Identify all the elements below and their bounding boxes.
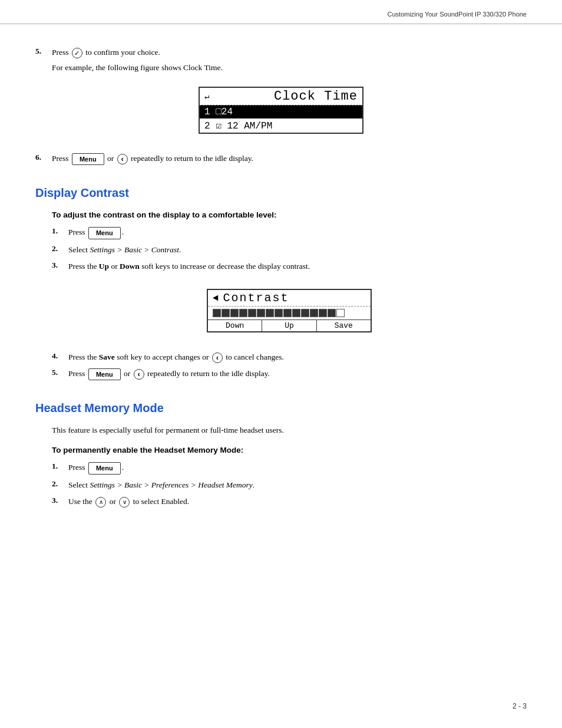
dc-step-3-num: 3. [52,261,68,270]
arrow-down-icon-hm3: ∨ [119,497,130,508]
display-contrast-content: To adjust the contrast on the display to… [52,210,527,380]
hm-step-2-num: 2. [52,479,68,489]
menu-button-6: Menu [72,153,104,166]
clock-row-1-selected: 1 □24 [200,105,362,118]
dc-step-5-content: Press Menu or repeatedly to return to th… [68,368,527,380]
contrast-display-header: ◄ Contrast [208,290,371,307]
hm-step-3: 3. Use the ∧ or ∨ to select Enabled. [52,496,527,508]
page-container: Customizing Your SoundPoint IP 330/320 P… [0,0,562,728]
contrast-bar [213,309,366,317]
dc-step-3: 3. Press the Up or Down soft keys to inc… [52,261,527,272]
page-header: Customizing Your SoundPoint IP 330/320 P… [0,0,562,24]
hm-step-1: 1. Press Menu. [52,462,527,474]
contrast-save-btn[interactable]: Save [317,320,371,331]
hm-step-1-content: Press Menu. [68,462,527,474]
hm-step-2: 2. Select Settings > Basic > Preferences… [52,479,527,491]
dc-step-4-num: 4. [52,351,68,361]
contrast-block-empty [336,309,345,317]
display-contrast-instruction: To adjust the contrast on the display to… [52,210,527,219]
dc-step-4-content: Press the Save soft key to accept change… [68,351,527,363]
hm-step-3-num: 3. [52,496,68,505]
contrast-title: Contrast [223,291,289,305]
clock-display: ↵ Clock Time 1 □24 2 ☑ 12 AM/PM [199,87,363,134]
left-arrow-icon-6 [117,154,128,164]
contrast-block [230,309,239,317]
hm-step-1-num: 1. [52,462,68,471]
example-text: For example, the following figure shows … [52,63,527,73]
headset-description: This feature is especially useful for pe… [52,426,527,435]
contrast-arrow-icon: ◄ [213,293,219,304]
dc-step-1-num: 1. [52,226,68,236]
menu-button-hm1: Menu [88,462,121,475]
check-circle-icon [72,48,82,58]
clock-title: Clock Time [274,89,358,104]
contrast-block [292,309,300,317]
contrast-display: ◄ Contrast [207,289,372,332]
step-5-content: Press to confirm your choice. [52,47,527,58]
headset-memory-content: This feature is especially useful for pe… [52,426,527,508]
contrast-block [257,309,265,317]
contrast-down-btn[interactable]: Down [208,320,262,331]
menu-button-dc1: Menu [88,227,121,239]
contrast-bar-row [208,307,371,319]
contrast-block [319,309,327,317]
step-6-num: 6. [35,153,52,162]
contrast-block [266,309,274,317]
page-number: 2 - 3 [513,702,527,710]
clock-row-2: 2 ☑ 12 AM/PM [200,118,362,133]
contrast-block [239,309,247,317]
contrast-block [222,309,230,317]
dc-step-2-num: 2. [52,244,68,253]
display-contrast-heading: Display Contrast [35,186,527,200]
left-arrow-icon-dc5 [134,369,144,380]
dc-step-2-content: Select Settings > Basic > Contrast. [68,244,527,256]
contrast-block [213,309,221,317]
arrow-up-icon-hm3: ∧ [95,497,106,508]
contrast-block [275,309,283,317]
step-6: 6. Press Menu or repeatedly to return to… [35,153,527,165]
step-5-num: 5. [35,47,52,56]
dc-step-4: 4. Press the Save soft key to accept cha… [52,351,527,363]
hm-step-2-content: Select Settings > Basic > Preferences > … [68,479,527,491]
contrast-display-wrapper: ◄ Contrast [52,281,527,341]
left-arrow-icon-dc4 [212,353,223,363]
contrast-block [283,309,292,317]
step-5: 5. Press to confirm your choice. [35,47,527,58]
dc-step-1: 1. Press Menu. [52,226,527,239]
contrast-up-btn[interactable]: Up [262,320,316,331]
page-header-title: Customizing Your SoundPoint IP 330/320 P… [388,11,527,18]
main-content: 5. Press to confirm your choice. For exa… [0,24,562,536]
headset-instruction: To permanently enable the Headset Memory… [52,446,527,454]
top-section: 5. Press to confirm your choice. For exa… [35,47,527,165]
contrast-block [301,309,309,317]
headset-memory-heading: Headset Memory Mode [35,401,527,415]
menu-button-dc5: Menu [88,368,121,381]
phone-icon: ↵ [204,91,209,101]
dc-step-2: 2. Select Settings > Basic > Contrast. [52,244,527,256]
contrast-block [328,309,336,317]
contrast-block [310,309,318,317]
clock-display-header: ↵ Clock Time [200,88,362,105]
hm-step-3-content: Use the ∧ or ∨ to select Enabled. [68,496,527,508]
dc-step-3-content: Press the Up or Down soft keys to increa… [68,261,527,272]
clock-display-wrapper: ↵ Clock Time 1 □24 2 ☑ 12 AM/PM [35,78,527,142]
contrast-block [248,309,256,317]
dc-step-1-content: Press Menu. [68,226,527,239]
dc-step-5: 5. Press Menu or repeatedly to return to… [52,368,527,380]
dc-step-5-num: 5. [52,368,68,377]
page-footer: 2 - 3 [513,702,527,710]
contrast-buttons: Down Up Save [208,319,371,331]
step-6-content: Press Menu or repeatedly to return to th… [52,153,527,165]
